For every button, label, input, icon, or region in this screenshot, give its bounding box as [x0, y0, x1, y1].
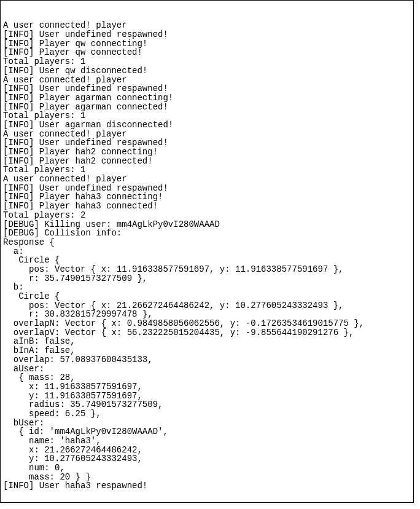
console-log-output: A user connected! player [INFO] User und… — [3, 21, 411, 491]
